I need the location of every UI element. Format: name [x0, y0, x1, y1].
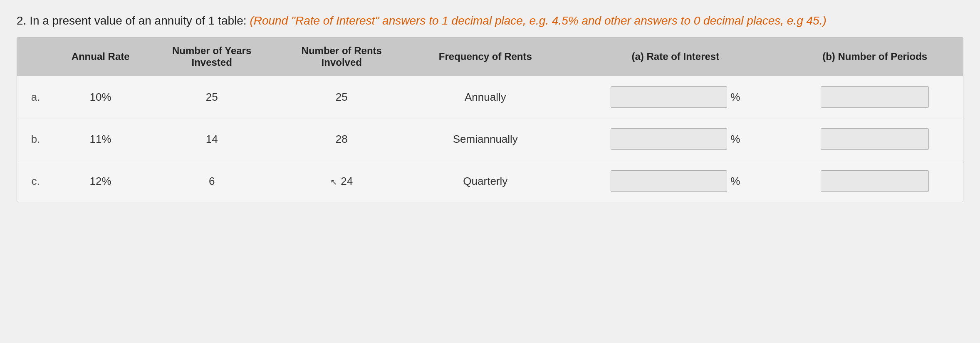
row-a-periods-input[interactable] [821, 86, 929, 108]
row-b-rents: 28 [277, 118, 406, 160]
annuity-table: Annual Rate Number of Years Invested Num… [17, 37, 963, 202]
row-a-frequency: Annually [406, 76, 564, 118]
row-c-rate-input-group: % [572, 170, 778, 192]
row-b-annual-rate: 11% [54, 118, 147, 160]
row-c-percent-sign: % [730, 175, 740, 188]
row-b-rate-input[interactable] [611, 128, 727, 150]
row-c-label: c. [17, 160, 54, 202]
row-c-periods-cell [787, 160, 963, 202]
row-a-rents: 25 [277, 76, 406, 118]
row-b-frequency: Semiannually [406, 118, 564, 160]
row-a-label: a. [17, 76, 54, 118]
row-b-years: 14 [147, 118, 277, 160]
header-frequency: Frequency of Rents [406, 37, 564, 76]
row-b-periods-input[interactable] [821, 128, 929, 150]
table-row: c. 12% 6 ↖24 Quarterly % [17, 160, 963, 202]
question-prefix: 2. In a present value of an annuity of 1… [17, 14, 250, 27]
table-row: b. 11% 14 28 Semiannually % [17, 118, 963, 160]
question-text: 2. In a present value of an annuity of 1… [17, 12, 932, 29]
table-header-row: Annual Rate Number of Years Invested Num… [17, 37, 963, 76]
table-row: a. 10% 25 25 Annually % [17, 76, 963, 118]
row-a-periods-cell [787, 76, 963, 118]
header-years: Number of Years Invested [147, 37, 277, 76]
row-c-years: 6 [147, 160, 277, 202]
question-italic: (Round "Rate of Interest" answers to 1 d… [250, 14, 826, 27]
row-c-periods-input[interactable] [821, 170, 929, 192]
cursor-icon: ↖ [330, 177, 337, 186]
header-label [17, 37, 54, 76]
row-c-annual-rate: 12% [54, 160, 147, 202]
row-c-rate-cell: % [564, 160, 787, 202]
row-b-rate-cell: % [564, 118, 787, 160]
row-b-percent-sign: % [730, 133, 740, 146]
row-a-years: 25 [147, 76, 277, 118]
main-table-container: Annual Rate Number of Years Invested Num… [17, 37, 963, 202]
header-rents: Number of Rents Involved [277, 37, 406, 76]
row-a-rate-input[interactable] [611, 86, 727, 108]
row-a-percent-sign: % [730, 91, 740, 104]
row-c-frequency: Quarterly [406, 160, 564, 202]
row-c-rate-input[interactable] [611, 170, 727, 192]
row-b-periods-cell [787, 118, 963, 160]
header-num-periods: (b) Number of Periods [787, 37, 963, 76]
header-annual-rate: Annual Rate [54, 37, 147, 76]
row-c-rents: ↖24 [277, 160, 406, 202]
row-a-rate-cell: % [564, 76, 787, 118]
row-a-annual-rate: 10% [54, 76, 147, 118]
header-rate-of-interest: (a) Rate of Interest [564, 37, 787, 76]
row-b-label: b. [17, 118, 54, 160]
row-b-rate-input-group: % [572, 128, 778, 150]
row-a-rate-input-group: % [572, 86, 778, 108]
